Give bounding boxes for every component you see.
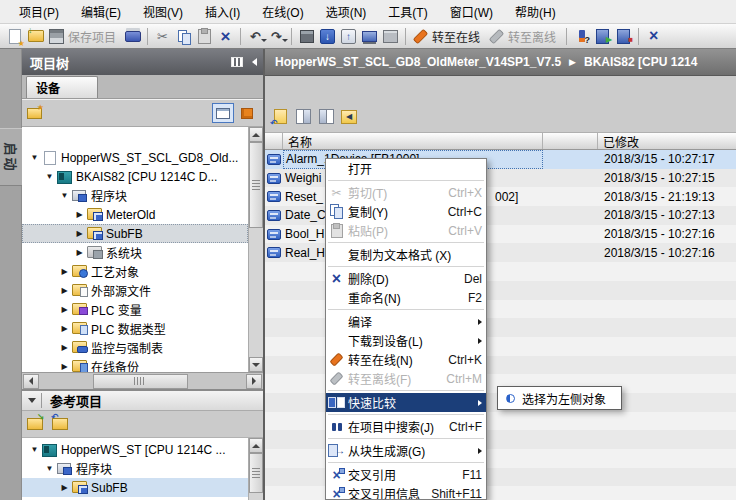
expand-arrow-icon[interactable]: ▶	[58, 362, 71, 371]
menubar-item[interactable]: 项目(P)	[8, 0, 70, 23]
tree-item[interactable]: ▼HopperWS_ST [CPU 1214C ...	[22, 440, 248, 459]
collapse-arrow-icon[interactable]: ▼	[43, 172, 56, 181]
cut-button[interactable]	[152, 26, 173, 47]
details-view-button[interactable]	[212, 103, 234, 123]
menubar-item[interactable]: 视图(V)	[132, 0, 194, 23]
context-menu-item-compile[interactable]: 编译	[326, 312, 486, 331]
collapse-arrow-icon[interactable]: ▼	[28, 445, 41, 454]
tree-item[interactable]: ▶工艺对象	[22, 262, 248, 281]
menubar-item[interactable]: 帮助(H)	[504, 0, 567, 23]
scroll-up-button[interactable]	[249, 127, 263, 142]
add-new-group-icon[interactable]	[27, 108, 42, 119]
context-menu-item-cross-reference-information[interactable]: 交叉引用信息Shift+F11	[326, 484, 486, 500]
delete-button[interactable]	[215, 26, 236, 47]
scrollbar-thumb[interactable]	[249, 142, 263, 228]
menubar-item[interactable]: 窗口(W)	[439, 0, 504, 23]
context-menu-item-quick-compare[interactable]: 快速比较	[326, 393, 486, 412]
collapse-arrow-icon[interactable]: ▼	[43, 464, 56, 473]
context-menu-item-rename[interactable]: 重命名(N)F2	[326, 288, 486, 307]
go-online-button[interactable]: 转至在线	[410, 26, 486, 47]
tree-item[interactable]: ▼程序块	[22, 459, 248, 478]
context-menu-item-cross-references[interactable]: 交叉引用F11	[326, 465, 486, 484]
expand-arrow-icon[interactable]: ▶	[58, 483, 71, 492]
tree-item[interactable]: ▶监控与强制表	[22, 338, 248, 357]
tree-item[interactable]: ▶PLC 变量	[22, 300, 248, 319]
device-overview-button[interactable]	[236, 103, 258, 123]
insert-block-icon[interactable]	[270, 108, 290, 126]
breadcrumb-project[interactable]: HopperWS_ST_SCL_GD8_OldMeter_V14SP1_V7.5	[275, 55, 561, 69]
breadcrumb-device[interactable]: BKAIS82 [CPU 1214	[584, 55, 697, 69]
expand-arrow-icon[interactable]: ▶	[58, 267, 71, 276]
context-menu-item-generate-source-from-blocks[interactable]: 从块生成源(G)	[326, 441, 486, 460]
context-menu-item-search-in-project[interactable]: 在项目中搜索(J)Ctrl+F	[326, 417, 486, 436]
menubar-item[interactable]: 在线(O)	[251, 0, 314, 23]
upload-button[interactable]	[338, 26, 359, 47]
expand-arrow-icon[interactable]: ▶	[73, 210, 86, 219]
device-proxy-button[interactable]	[296, 26, 317, 47]
collapse-panel-icon[interactable]	[252, 58, 257, 66]
expand-arrow-icon[interactable]: ▶	[58, 286, 71, 295]
open-project-button[interactable]	[25, 26, 46, 47]
save-project-button[interactable]: 保存项目	[46, 26, 122, 47]
hscroll-track[interactable]	[39, 374, 246, 389]
tree-item[interactable]: ▼HopperWS_ST_SCL_GD8_Old...	[22, 148, 248, 167]
start-portal-tab[interactable]: 启动	[0, 128, 22, 186]
tree-item[interactable]: ▶在线备份	[22, 357, 248, 372]
context-menu-item-copy-as-text[interactable]: 复制为文本格式 (X)	[326, 245, 486, 264]
scroll-right-button[interactable]	[246, 374, 262, 389]
reference-projects-header[interactable]: 参考项目	[22, 389, 263, 411]
scroll-down-button[interactable]	[249, 357, 263, 372]
tree-item[interactable]: ▶PLC 数据类型	[22, 319, 248, 338]
print-button[interactable]	[122, 26, 143, 47]
select-left-object-icon[interactable]	[339, 108, 359, 126]
project-tree-hscrollbar[interactable]	[22, 372, 263, 389]
scroll-left-button[interactable]	[23, 374, 39, 389]
tree-item[interactable]: ▼BKAIS82 [CPU 1214C D...	[22, 167, 248, 186]
collapse-arrow-icon[interactable]: ▼	[28, 153, 41, 162]
tree-item[interactable]: ▶SubFB	[22, 224, 248, 243]
context-menu-item-open[interactable]: 打开	[326, 159, 486, 178]
expand-arrow-icon[interactable]: ▶	[58, 324, 71, 333]
collapse-arrow-icon[interactable]: ▼	[58, 191, 71, 200]
close-reference-project-icon[interactable]	[52, 418, 68, 430]
menubar-item[interactable]: 插入(I)	[194, 0, 251, 23]
tree-item[interactable]: ▶MeterOld	[22, 205, 248, 224]
submenu-item-select-as-left-object[interactable]: 选择为左侧对象	[498, 387, 621, 409]
modified-column-header[interactable]: 已修改	[598, 133, 736, 149]
name-column-header[interactable]: 名称	[283, 133, 543, 149]
project-tree-scrollbar[interactable]	[248, 127, 263, 372]
go-offline-button[interactable]: 转至离线	[486, 26, 562, 47]
menubar-item[interactable]: 工具(T)	[377, 0, 438, 23]
context-menu-item-copy[interactable]: 复制(Y)Ctrl+C	[326, 202, 486, 221]
split-editor-horizontal-icon[interactable]	[316, 108, 336, 126]
paste-button[interactable]	[194, 26, 215, 47]
tab-devices[interactable]: 设备	[26, 76, 98, 98]
split-editor-vertical-icon[interactable]	[293, 108, 313, 126]
tree-item[interactable]: ▼程序块	[22, 186, 248, 205]
expand-arrow-icon[interactable]: ▶	[73, 229, 86, 238]
cross-reference-button[interactable]	[643, 26, 664, 47]
reference-tree-scrollbar[interactable]	[248, 438, 263, 500]
menubar-item[interactable]: 选项(N)	[315, 0, 378, 23]
diagnostics-button[interactable]	[571, 26, 592, 47]
download-button[interactable]	[317, 26, 338, 47]
menubar-item[interactable]: 编辑(E)	[70, 0, 132, 23]
start-simulation-button[interactable]	[359, 26, 380, 47]
scroll-up-button[interactable]	[249, 438, 263, 453]
undo-button[interactable]	[245, 26, 266, 47]
context-menu-item-go-online[interactable]: 转至在线(N)Ctrl+K	[326, 350, 486, 369]
hscrollbar-thumb[interactable]	[93, 374, 188, 389]
tree-item[interactable]: ▶外部源文件	[22, 281, 248, 300]
start-cpu-button[interactable]	[592, 26, 613, 47]
tree-item[interactable]: ▶系统块	[22, 243, 248, 262]
tree-item[interactable]: ▶SubFB	[22, 478, 248, 497]
scrollbar-thumb[interactable]	[249, 453, 263, 493]
columns-view-icon[interactable]	[231, 57, 243, 67]
stop-cpu-button[interactable]	[613, 26, 634, 47]
context-menu-item-download-to-device[interactable]: 下载到设备(L)	[326, 331, 486, 350]
copy-button[interactable]	[173, 26, 194, 47]
runtime-button[interactable]	[380, 26, 401, 47]
open-reference-project-icon[interactable]	[27, 418, 43, 430]
expand-arrow-icon[interactable]: ▶	[73, 248, 86, 257]
expand-arrow-icon[interactable]: ▶	[58, 305, 71, 314]
